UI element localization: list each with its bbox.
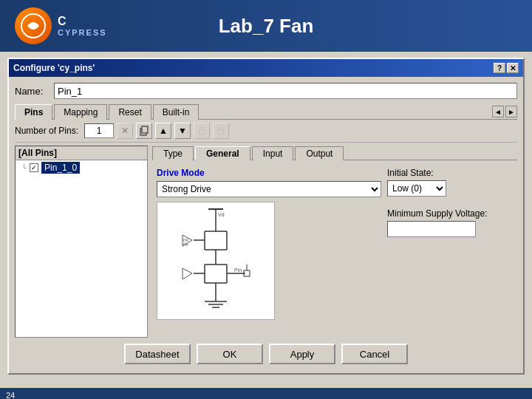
svg-text:PB: PB [183, 242, 188, 247]
subtab-input[interactable]: Input [252, 146, 294, 160]
main-area: Configure 'cy_pins' ? ✕ Name: Pins Mappi… [0, 52, 532, 388]
status-bar: 24 [0, 388, 532, 399]
svg-text:Vd: Vd [218, 212, 225, 217]
titlebar-buttons: ? ✕ [494, 63, 519, 73]
apply-button[interactable]: Apply [269, 344, 335, 364]
page-title: Lab_7 Fan [219, 15, 314, 38]
dialog-title: Configure 'cy_pins' [13, 63, 95, 73]
svg-rect-3 [199, 130, 205, 134]
lock2-button[interactable] [213, 123, 229, 139]
subtab-type[interactable]: Type [152, 146, 194, 160]
tree-indent: └ [21, 164, 27, 172]
initial-state-label: Initial State: [387, 168, 513, 178]
delete-pin-button[interactable]: ✕ [117, 123, 133, 139]
content-area: [All Pins] └ Pin_1_0 Type General Input … [15, 146, 517, 338]
logo-text: C CYPRESS [58, 15, 107, 37]
main-tabs-row: Pins Mapping Reset Built-in ◄ ► [15, 103, 517, 120]
tab-nav: ◄ ► [492, 106, 517, 117]
num-pins-label: Number of Pins: [15, 126, 78, 136]
props-panel: Drive Mode Strong Drive [152, 163, 517, 338]
help-button[interactable]: ? [494, 63, 505, 73]
pin-list-panel: [All Pins] └ Pin_1_0 [15, 146, 148, 338]
main-tabs: Pins Mapping Reset Built-in [15, 103, 199, 119]
pin-list-item-row: └ Pin_1_0 [16, 160, 147, 175]
move-up-button[interactable]: ▲ [155, 123, 171, 139]
sub-tabs: Type General Input Output [152, 146, 517, 160]
name-row: Name: [15, 83, 517, 99]
svg-rect-4 [218, 130, 224, 134]
num-pins-input[interactable] [84, 123, 114, 138]
initial-state-select[interactable]: Low (0) High (1) [387, 180, 446, 197]
drive-mode-select[interactable]: Strong Drive [157, 181, 381, 197]
min-supply-input[interactable] [387, 221, 476, 237]
tab-mapping[interactable]: Mapping [54, 104, 107, 120]
pin-item-label[interactable]: Pin_1_0 [41, 162, 80, 174]
min-supply-label: Minimum Supply Voltage: [387, 208, 513, 219]
min-supply-row [387, 221, 513, 237]
drive-mode-label: Drive Mode [157, 168, 381, 178]
pin-checkbox[interactable] [30, 163, 38, 172]
logo-area: C CYPRESS [15, 7, 107, 44]
props-left: Drive Mode Strong Drive [157, 168, 381, 333]
circuit-diagram: Vd DR [157, 202, 275, 320]
tab-reset[interactable]: Reset [109, 104, 151, 120]
ok-button[interactable]: OK [197, 344, 263, 364]
tab-builtin[interactable]: Built-in [153, 104, 200, 120]
cancel-button[interactable]: Cancel [341, 344, 408, 364]
nav-left-button[interactable]: ◄ [492, 106, 504, 117]
datasheet-button[interactable]: Datasheet [124, 344, 191, 364]
nav-right-button[interactable]: ► [505, 106, 517, 117]
right-panel: Type General Input Output Drive Mode St [152, 146, 517, 338]
subtab-output[interactable]: Output [295, 146, 344, 160]
status-page-num: 24 [6, 391, 15, 399]
pin-list-header: [All Pins] [16, 146, 147, 160]
header: C CYPRESS Lab_7 Fan [0, 0, 532, 52]
move-down-button[interactable]: ▼ [174, 123, 191, 139]
svg-text:Pin: Pin [234, 267, 242, 273]
dialog-titlebar: Configure 'cy_pins' ? ✕ [9, 59, 523, 77]
dialog: Configure 'cy_pins' ? ✕ Name: Pins Mappi… [7, 58, 525, 375]
initial-state-row: Low (0) High (1) [387, 180, 513, 197]
tab-pins[interactable]: Pins [15, 104, 52, 120]
bottom-buttons: Datasheet OK Apply Cancel [15, 338, 517, 367]
subtab-general[interactable]: General [195, 146, 250, 160]
props-right: Initial State: Low (0) High (1) Minimum … [387, 168, 513, 333]
cypress-label: CYPRESS [58, 28, 107, 37]
toolbar-row: Number of Pins: ✕ ▲ ▼ [15, 120, 517, 143]
dialog-content: Name: Pins Mapping Reset Built-in ◄ ► Nu… [9, 77, 523, 373]
copy-pin-button[interactable] [136, 123, 152, 139]
close-button[interactable]: ✕ [507, 63, 519, 73]
lock1-button[interactable] [194, 123, 210, 139]
circuit-svg: Vd DR [164, 205, 267, 316]
name-label: Name: [15, 86, 48, 97]
drive-mode-row: Strong Drive [157, 181, 381, 197]
svg-marker-21 [183, 268, 192, 279]
svg-rect-2 [142, 126, 148, 133]
logo-icon [15, 7, 52, 44]
name-input[interactable] [54, 83, 517, 99]
